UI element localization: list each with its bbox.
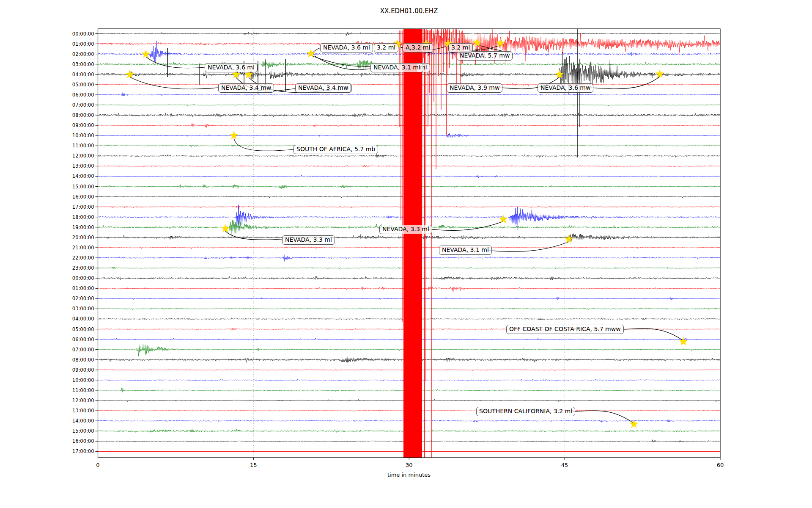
event-label: NEVADA, 3.6 mw	[538, 83, 593, 93]
y-tick-label: 08:00:00	[72, 112, 94, 118]
y-tick-label: 03:00:00	[72, 61, 94, 67]
y-tick-label: 15:00:00	[72, 184, 94, 190]
y-tick-label: 19:00:00	[72, 224, 94, 230]
event-label: NEVADA, 3.4 mw	[295, 83, 351, 93]
y-tick-label: 20:00:00	[72, 235, 94, 240]
y-tick-label: 12:00:00	[72, 398, 94, 403]
event-star-icon	[565, 235, 573, 243]
event-label: A,3.2 ml	[403, 43, 433, 52]
event-label: SOUTH OF AFRICA, 5.7 mb	[294, 145, 378, 154]
y-tick-label: 14:00:00	[72, 418, 94, 424]
y-tick-label: 08:00:00	[72, 357, 94, 363]
y-tick-label: 03:00:00	[72, 306, 94, 312]
event-label: NEVADA, 3.1 ml	[370, 63, 423, 72]
event-star-icon	[126, 70, 134, 78]
event-label: NEVADA, 5.7 mw	[457, 51, 513, 61]
event-label: SOUTHERN CALIFORNIA, 3.2 ml	[476, 407, 575, 416]
x-tick-label: 45	[561, 462, 568, 468]
y-tick-label: 00:00:00	[72, 275, 94, 281]
y-tick-label: 23:00:00	[72, 265, 94, 271]
x-tick-label: 60	[717, 462, 724, 468]
event-label: 3.2 ml	[374, 43, 398, 52]
y-tick-label: 07:00:00	[72, 347, 94, 353]
y-tick-label: 04:00:00	[72, 316, 94, 322]
y-tick-label: 02:00:00	[72, 295, 94, 301]
event-star-icon	[221, 224, 230, 232]
event-label: NEVADA, 3.3 ml	[379, 225, 432, 234]
y-tick-label: 01:00:00	[72, 41, 94, 47]
y-tick-label: 17:00:00	[72, 448, 94, 454]
y-tick-label: 15:00:00	[72, 428, 94, 434]
y-tick-label: 11:00:00	[72, 143, 94, 149]
y-tick-label: 05:00:00	[72, 326, 94, 332]
y-tick-label: 22:00:00	[72, 255, 94, 261]
y-tick-label: 13:00:00	[72, 408, 94, 414]
event-label: NEVADA, 3.4 mw	[218, 83, 274, 93]
y-tick-label: 02:00:00	[72, 51, 94, 57]
y-tick-label: 01:00:00	[72, 285, 94, 291]
y-tick-label: 06:00:00	[72, 337, 94, 342]
y-tick-label: 00:00:00	[72, 31, 94, 37]
event-label: 3.2 ml	[448, 43, 473, 52]
y-tick-label: 10:00:00	[72, 133, 94, 138]
event-label: NEVADA, 3.1 ml	[439, 246, 492, 255]
y-tick-label: 12:00:00	[72, 153, 94, 159]
event-label: NEVADA, 3.3 ml	[282, 235, 335, 245]
y-tick-label: 07:00:00	[72, 102, 94, 108]
y-tick-label: 09:00:00	[72, 122, 94, 128]
y-tick-label: 04:00:00	[72, 72, 94, 77]
event-label: OFF COAST OF COSTA RICA, 5.7 mww	[506, 325, 624, 334]
event-star-icon	[499, 215, 508, 223]
y-tick-label: 05:00:00	[72, 82, 94, 88]
event-label: NEVADA, 3.9 mw	[447, 83, 502, 93]
event-label: NEVADA, 3.6 ml	[205, 63, 258, 72]
event-star-icon	[142, 50, 151, 58]
x-tick-label: 0	[96, 462, 99, 468]
y-tick-label: 21:00:00	[72, 245, 94, 251]
y-tick-label: 14:00:00	[72, 173, 94, 179]
y-tick-label: 06:00:00	[72, 92, 94, 98]
event-star-icon	[230, 131, 239, 139]
event-star-icon	[307, 49, 315, 58]
y-tick-label: 16:00:00	[72, 438, 94, 444]
y-tick-label: 10:00:00	[72, 377, 94, 383]
x-axis-title: time in minutes	[98, 472, 720, 478]
y-tick-label: 13:00:00	[72, 163, 94, 169]
y-tick-label: 17:00:00	[72, 204, 94, 210]
event-star-icon	[679, 337, 688, 345]
event-star-icon	[656, 69, 664, 78]
helicorder-page: XX.EDH01.00.EHZ 00:00:0001:00:0002:00:00…	[0, 0, 812, 508]
helicorder-plot: 00:00:0001:00:0002:00:0003:00:0004:00:00…	[0, 0, 812, 508]
x-tick-label: 15	[250, 462, 257, 468]
x-tick-label: 30	[406, 462, 413, 468]
y-tick-label: 11:00:00	[72, 387, 94, 393]
y-tick-label: 09:00:00	[72, 367, 94, 373]
event-label: NEVADA, 3.6 ml	[320, 43, 373, 52]
y-tick-label: 16:00:00	[72, 194, 94, 200]
y-tick-label: 18:00:00	[72, 214, 94, 220]
